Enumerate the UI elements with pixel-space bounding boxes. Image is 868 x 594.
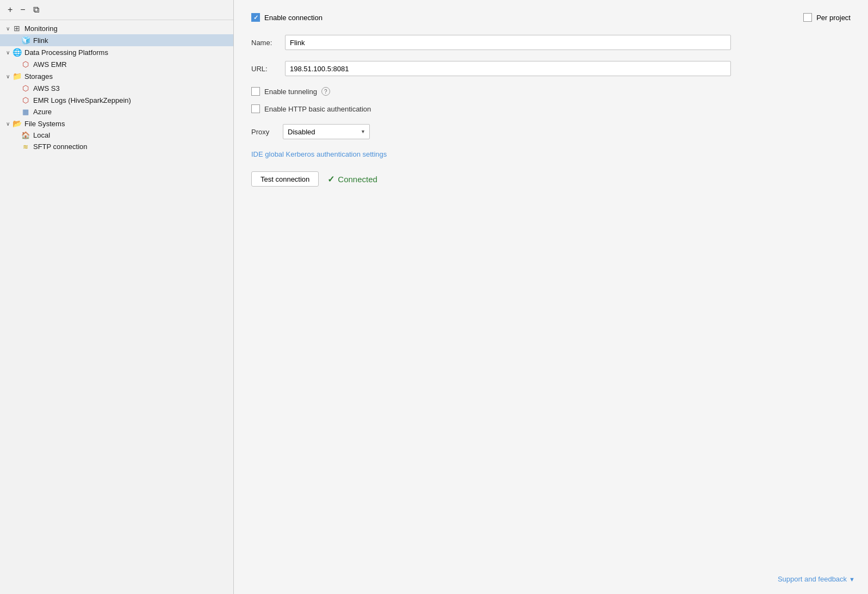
tree: ∨ ⊞ Monitoring 🧊 Flink ∨ 🌐 Data Processi…	[0, 20, 233, 594]
test-connection-button[interactable]: Test connection	[251, 171, 319, 187]
enable-connection-group: ✓ Enable connection	[251, 13, 323, 22]
aws-s3-icon: ⬡	[21, 84, 30, 92]
enable-connection-label: Enable connection	[264, 14, 323, 22]
connected-check-icon: ✓	[327, 174, 334, 184]
per-project-group: Per project	[803, 13, 851, 22]
tree-item-aws-s3[interactable]: ⬡ AWS S3	[0, 82, 233, 94]
tree-item-flink[interactable]: 🧊 Flink	[0, 34, 233, 46]
tree-item-azure[interactable]: ▦ Azure	[0, 106, 233, 117]
proxy-select-wrapper: Disabled System Manual	[283, 124, 370, 139]
tree-label-file-systems: File Systems	[24, 120, 65, 128]
toolbar: + − ⧉	[0, 0, 233, 20]
tree-item-local[interactable]: 🏠 Local	[0, 129, 233, 141]
storages-icon: 📁	[12, 72, 22, 81]
tree-item-aws-emr[interactable]: ⬡ AWS EMR	[0, 58, 233, 70]
bottom-bar: Support and feedback ▼	[778, 575, 855, 583]
support-dropdown-arrow-icon: ▼	[849, 576, 855, 583]
proxy-label: Proxy	[251, 128, 278, 136]
azure-icon: ▦	[21, 108, 30, 116]
proxy-row: Proxy Disabled System Manual	[251, 124, 851, 139]
enable-connection-checkbox[interactable]: ✓	[251, 13, 260, 22]
enable-tunneling-checkbox[interactable]	[251, 87, 260, 96]
name-row: Name:	[251, 35, 851, 50]
remove-button[interactable]: −	[18, 4, 27, 15]
name-input[interactable]	[285, 35, 731, 50]
url-row: URL:	[251, 61, 851, 76]
connected-status: ✓ Connected	[327, 174, 377, 184]
tunneling-help-icon[interactable]: ?	[321, 87, 330, 96]
chevron-storages: ∨	[3, 73, 12, 79]
chevron-file-systems: ∨	[3, 121, 12, 127]
test-connection-row: Test connection ✓ Connected	[251, 171, 851, 187]
tree-label-data-processing: Data Processing Platforms	[24, 48, 108, 57]
enable-http-checkbox[interactable]	[251, 104, 260, 113]
add-button[interactable]: +	[5, 4, 15, 15]
url-label: URL:	[251, 65, 278, 73]
url-input[interactable]	[285, 61, 731, 76]
local-icon: 🏠	[21, 131, 30, 139]
support-feedback-link[interactable]: Support and feedback	[778, 575, 847, 583]
copy-button[interactable]: ⧉	[31, 4, 41, 15]
enable-http-label: Enable HTTP basic authentication	[264, 105, 371, 113]
chevron-monitoring: ∨	[3, 26, 12, 32]
tunneling-row: Enable tunneling ?	[251, 87, 851, 96]
tree-item-monitoring[interactable]: ∨ ⊞ Monitoring	[0, 22, 233, 34]
sftp-icon: ≋	[21, 143, 30, 151]
tree-item-sftp[interactable]: ≋ SFTP connection	[0, 141, 233, 152]
left-panel: + − ⧉ ∨ ⊞ Monitoring 🧊 Flink ∨ 🌐 Data Pr…	[0, 0, 234, 594]
per-project-label: Per project	[816, 14, 851, 22]
http-auth-row: Enable HTTP basic authentication	[251, 104, 851, 113]
tree-item-emr-logs[interactable]: ⬡ EMR Logs (HiveSparkZeppein)	[0, 94, 233, 106]
name-label: Name:	[251, 39, 278, 47]
aws-emr-icon: ⬡	[21, 60, 30, 69]
chevron-data-processing: ∨	[3, 49, 12, 55]
emr-logs-icon: ⬡	[21, 96, 30, 104]
tree-label-aws-emr: AWS EMR	[33, 60, 67, 69]
right-panel: ✓ Enable connection Per project Name: UR…	[234, 0, 868, 594]
tree-label-aws-s3: AWS S3	[33, 84, 60, 92]
monitoring-icon: ⊞	[12, 24, 22, 33]
enable-tunneling-label: Enable tunneling	[264, 88, 317, 96]
file-systems-icon: 📂	[12, 119, 22, 128]
tree-item-storages[interactable]: ∨ 📁 Storages	[0, 70, 233, 82]
main-container: + − ⧉ ∨ ⊞ Monitoring 🧊 Flink ∨ 🌐 Data Pr…	[0, 0, 868, 594]
tree-label-azure: Azure	[33, 108, 52, 116]
proxy-select[interactable]: Disabled System Manual	[283, 124, 370, 139]
tree-item-file-systems[interactable]: ∨ 📂 File Systems	[0, 117, 233, 129]
tree-label-flink: Flink	[33, 36, 48, 45]
checkmark-icon: ✓	[253, 14, 258, 21]
tree-label-sftp: SFTP connection	[33, 143, 87, 151]
flink-icon: 🧊	[21, 36, 30, 45]
tree-label-monitoring: Monitoring	[24, 24, 58, 33]
tree-item-data-processing[interactable]: ∨ 🌐 Data Processing Platforms	[0, 46, 233, 58]
kerberos-link[interactable]: IDE global Kerberos authentication setti…	[251, 150, 851, 158]
top-row: ✓ Enable connection Per project	[251, 13, 851, 22]
connected-label: Connected	[338, 175, 377, 184]
tree-label-local: Local	[33, 131, 50, 139]
per-project-checkbox[interactable]	[803, 13, 812, 22]
tree-label-emr-logs: EMR Logs (HiveSparkZeppein)	[33, 96, 131, 104]
data-processing-icon: 🌐	[12, 48, 22, 57]
tree-label-storages: Storages	[24, 72, 53, 81]
